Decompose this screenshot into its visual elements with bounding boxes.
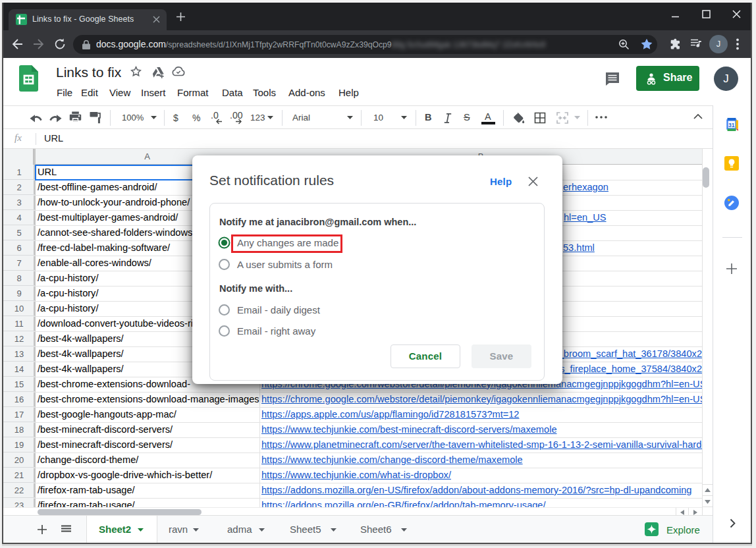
svg-text:31: 31 (728, 122, 735, 128)
